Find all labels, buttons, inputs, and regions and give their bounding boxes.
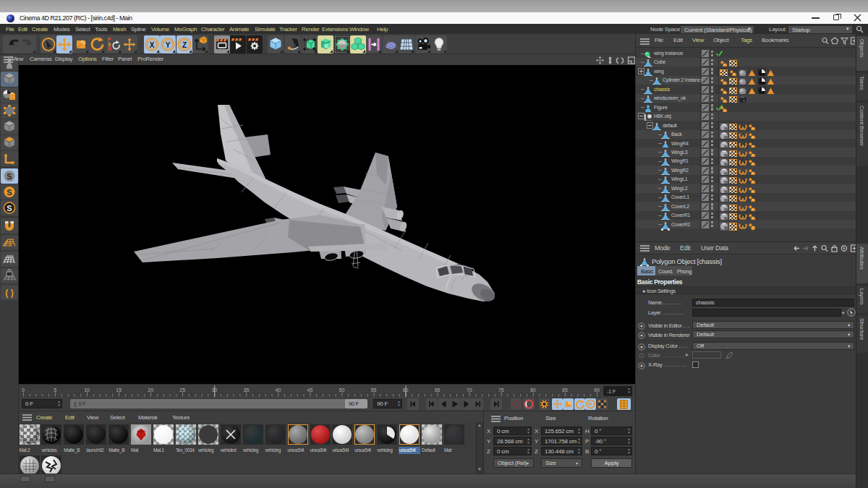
svg-text:50: 50 [339,388,345,393]
svg-text:35: 35 [244,388,250,393]
svg-text:Y: Y [166,41,171,49]
svg-text:5: 5 [54,388,56,393]
svg-text:80: 80 [530,388,536,393]
svg-text:40: 40 [276,388,281,393]
svg-text:65: 65 [435,388,441,393]
svg-text:75: 75 [498,388,504,393]
svg-text:85: 85 [562,388,568,393]
svg-text:R: R [108,46,111,51]
svg-text:70: 70 [467,388,472,393]
svg-text:( ): ( ) [5,288,13,298]
svg-text:45: 45 [307,388,313,393]
svg-text:55: 55 [371,388,377,393]
svg-text:25: 25 [179,388,185,393]
svg-text:S: S [7,172,12,181]
svg-text:90: 90 [594,388,600,393]
svg-text:S: S [7,188,12,197]
svg-text:Z: Z [182,41,187,49]
svg-text:P: P [589,401,593,408]
svg-text:S: S [7,204,12,213]
svg-text:0: 0 [22,388,25,393]
svg-text:15: 15 [116,388,122,393]
svg-text:X: X [150,41,155,49]
svg-text:20: 20 [148,388,153,393]
svg-text:10: 10 [84,388,90,393]
